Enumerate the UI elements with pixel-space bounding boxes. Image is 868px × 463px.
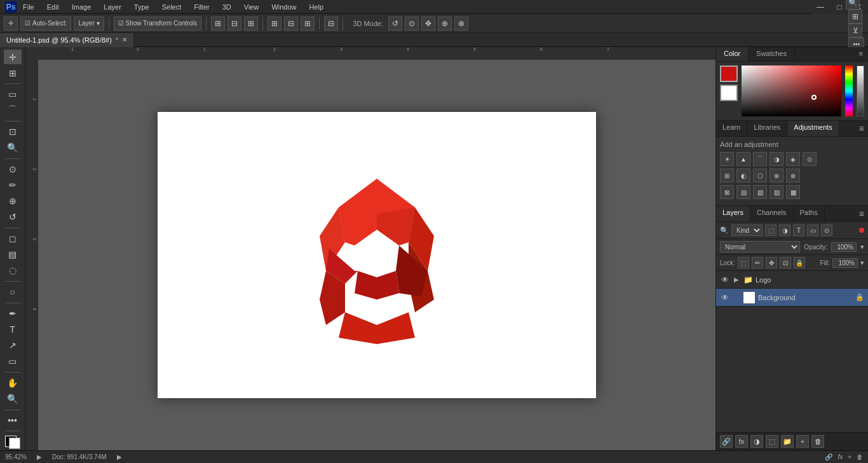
color-panel-menu[interactable]: ≡ [854,47,868,61]
hsl-button[interactable]: ⊙ [803,152,817,166]
layer-item-background[interactable]: 👁 Background 🔒 [716,289,868,307]
filter-adjust-button[interactable]: ◑ [779,225,790,236]
opacity-strip[interactable] [857,66,864,116]
search-button[interactable]: 🔍 [846,0,860,10]
align-center-h-button[interactable]: ⊟ [227,17,241,31]
link-icon[interactable]: 🔗 [825,453,832,460]
lock-pixels-button[interactable]: ✏ [752,257,763,268]
history-brush-tool[interactable]: ↺ [4,210,22,225]
layer-effects-button[interactable]: fx [735,435,748,448]
text-tool[interactable]: T [4,322,22,337]
brightness-contrast-button[interactable]: ☀ [720,152,734,166]
layer-visibility-background[interactable]: 👁 [720,293,730,303]
fill-input[interactable] [832,258,858,268]
background-color[interactable] [9,438,20,449]
foreground-background-colors[interactable] [4,434,22,450]
distribute-center-v-button[interactable]: ⊟ [284,17,298,31]
menu-filter[interactable]: Filter [191,2,212,12]
path-select-tool[interactable]: ↗ [4,338,22,353]
minimize-button[interactable]: — [811,0,830,14]
link-layers-button[interactable]: 🔗 [720,435,733,448]
menu-3d[interactable]: 3D [220,2,234,12]
opacity-input[interactable] [831,242,857,252]
filter-type-button[interactable]: T [793,225,804,236]
move-tool[interactable]: ✛ [4,50,22,64]
eraser-tool[interactable]: ◻ [4,232,22,246]
filter-smart-button[interactable]: ⊙ [821,225,832,236]
distribute-top-button[interactable]: ⊞ [268,17,281,31]
filter-pixel-button[interactable]: ⬚ [765,225,776,236]
tab-libraries[interactable]: Libraries [747,121,787,136]
hue-strip[interactable] [845,66,853,116]
hand-tool[interactable]: ✋ [4,376,22,390]
menu-help[interactable]: Help [307,2,327,12]
show-transform-button[interactable]: ☑ Show Transform Controls [114,17,202,31]
bw-button[interactable]: ◐ [736,169,750,183]
rect-select-tool[interactable]: ▭ [4,87,22,102]
menu-image[interactable]: Image [69,2,94,12]
layer-visibility-logo[interactable]: 👁 [720,275,730,285]
channelmixer-button[interactable]: ⊗ [770,169,783,183]
align-left-button[interactable]: ⊞ [211,17,225,31]
3d-roll-button[interactable]: ⊙ [405,17,419,31]
blend-mode-select[interactable]: Normal [720,241,800,252]
3d-slide-button[interactable]: ⊕ [438,17,452,31]
tab-layers[interactable]: Layers [716,206,750,221]
stamp-tool[interactable]: ⊕ [4,194,22,209]
color-gradient[interactable] [742,66,841,116]
new-layer-icon[interactable]: + [848,453,851,460]
tab-paths[interactable]: Paths [794,206,825,221]
menu-layer[interactable]: Layer [101,2,124,12]
menu-view[interactable]: View [241,2,262,12]
artboard-tool[interactable]: ⊞ [4,66,22,80]
tab-color[interactable]: Color [716,47,749,61]
lock-all-button[interactable]: 🔒 [794,257,805,268]
3d-pan-button[interactable]: ✥ [421,17,435,31]
delete-layer-button[interactable]: 🗑 [811,435,824,448]
dodge-tool[interactable]: ○ [4,285,22,300]
statusbar-arrow-2[interactable]: ▶ [117,453,122,460]
layers-panel-menu[interactable]: ≡ [855,206,868,221]
new-group-button[interactable]: 📁 [781,435,794,448]
lock-artboard-button[interactable]: ⊡ [780,257,791,268]
share-button[interactable]: ⊻ [848,24,862,38]
trash-icon[interactable]: 🗑 [857,453,863,460]
tab-channels[interactable]: Channels [750,206,793,221]
menu-edit[interactable]: Edit [44,2,62,12]
menu-type[interactable]: Type [132,2,152,12]
lock-position-button[interactable]: ✥ [766,257,777,268]
color-gradient-container[interactable] [742,66,841,116]
tab-adjustments[interactable]: Adjustments [787,121,839,136]
statusbar-arrow[interactable]: ▶ [37,453,42,460]
tab-close-button[interactable]: ✕ [122,36,127,43]
shape-tool[interactable]: ▭ [4,354,22,369]
levels-button[interactable]: ▲ [736,152,750,166]
fill-arrow[interactable]: ▾ [860,259,864,267]
spot-heal-tool[interactable]: ⊙ [4,162,22,177]
lasso-tool[interactable]: ⌒ [4,103,22,118]
gradient-tool[interactable]: ▤ [4,247,22,262]
3d-rotate-button[interactable]: ↺ [388,17,402,31]
document-tab[interactable]: Untitled-1.psd @ 95.4% (RGB/8#) * ✕ [0,33,134,47]
pen-tool[interactable]: ✒ [4,307,22,321]
zoom-tool[interactable]: 🔍 [4,392,22,406]
filter-shape-button[interactable]: ▭ [807,225,818,236]
threshold-button[interactable]: ▧ [753,185,767,199]
3d-scale-button[interactable]: ⊗ [454,17,468,31]
auto-select-checkbox[interactable]: ☑ Auto-Select: [20,17,71,31]
distribute-bottom-button[interactable]: ⊞ [301,17,315,31]
distribute-spacing-button[interactable]: ⊟ [324,17,338,31]
layer-expand-logo[interactable]: ▶ [733,275,740,285]
tab-swatches[interactable]: Swatches [749,47,795,61]
posterize-button[interactable]: ▤ [736,185,750,199]
layer-dropdown[interactable]: Layer ▾ [74,17,104,31]
background-swatch[interactable] [720,85,738,101]
opacity-arrow[interactable]: ▾ [860,243,864,251]
fx-label[interactable]: fx [837,453,843,460]
selectivecolor-button[interactable]: ▩ [786,185,800,199]
curves-button[interactable]: ⌒ [753,152,767,166]
filter-kind-select[interactable]: Kind [731,225,763,236]
adjustments-panel-menu[interactable]: ≡ [855,121,868,136]
more-tools-left[interactable]: ••• [4,413,22,427]
eyedropper-tool[interactable]: 🔍 [4,141,22,155]
